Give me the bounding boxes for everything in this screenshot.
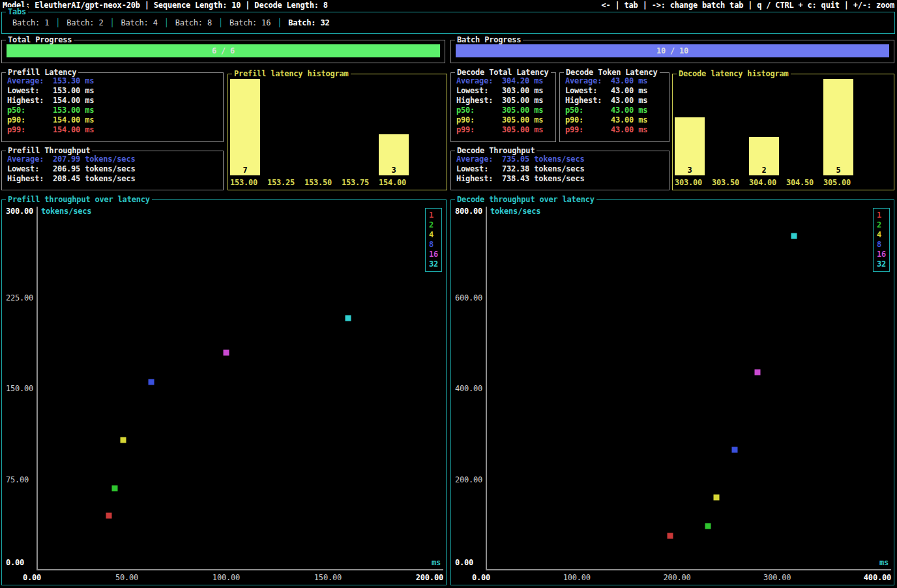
stat-value: 305.00 ms bbox=[502, 125, 543, 134]
stat-label: Highest: bbox=[7, 96, 53, 106]
stat-label: p50: bbox=[7, 106, 53, 115]
stat-value: 43.00 ms bbox=[611, 96, 647, 105]
tab-batch-16[interactable]: Batch: 16 bbox=[223, 18, 277, 28]
stat-label: p50: bbox=[565, 106, 611, 115]
legend-entry-batch-8: 8 bbox=[429, 240, 434, 250]
histogram-bar: 3 bbox=[379, 134, 409, 175]
y-tick: 0.00 bbox=[6, 558, 24, 568]
y-tick: 800.00 bbox=[455, 207, 482, 216]
stat-value: 43.00 ms bbox=[611, 76, 647, 85]
x-tick: 150.00 bbox=[314, 573, 342, 583]
histogram-bar-count: 5 bbox=[823, 166, 853, 175]
y-tick: 300.00 bbox=[6, 207, 33, 216]
x-tick: 100.00 bbox=[213, 573, 240, 583]
prefill-scatter-x-axis: 0.0050.00100.00150.00200.00 bbox=[23, 573, 443, 583]
stat-label: Lowest: bbox=[456, 164, 502, 174]
decode-token-latency-stats: Average:43.00 msLowest:43.00 msHighest:4… bbox=[565, 76, 666, 135]
stat-row-lowest: Lowest:303.00 ms bbox=[456, 86, 553, 96]
stat-label: p99: bbox=[7, 125, 53, 135]
x-tick: 0.00 bbox=[23, 573, 41, 583]
tab-batch-32[interactable]: Batch: 32 bbox=[282, 18, 336, 28]
stat-label: Average: bbox=[456, 76, 502, 86]
legend-entry-batch-2: 2 bbox=[877, 220, 881, 230]
stat-row-lowest: Lowest:153.00 ms bbox=[7, 86, 220, 96]
stat-value: 735.05 tokens/secs bbox=[502, 154, 584, 164]
legend-entry-batch-1: 1 bbox=[429, 211, 434, 220]
histogram-bar: 2 bbox=[749, 137, 779, 175]
decode-token-latency-panel: Decode Token Latency Average:43.00 msLow… bbox=[559, 72, 669, 142]
histogram-bar-count: 2 bbox=[749, 166, 779, 175]
stat-label: Average: bbox=[456, 154, 502, 164]
stat-row-highest: Highest:208.45 tokens/secs bbox=[7, 174, 220, 184]
prefill-latency-histogram-x-axis: 153.00153.25153.50153.75154.00 bbox=[230, 178, 445, 188]
batch-progress-value: 10 / 10 bbox=[456, 44, 889, 57]
stat-row-p50: p50:305.00 ms bbox=[456, 106, 553, 115]
scatter-point-batch-32 bbox=[791, 233, 797, 239]
stat-row-p99: p99:43.00 ms bbox=[565, 125, 666, 135]
decode-scatter-legend: 12481632 bbox=[873, 208, 890, 272]
scatter-point-batch-2 bbox=[112, 485, 118, 491]
histogram-x-tick: 153.25 bbox=[267, 178, 297, 188]
stat-value: 153.30 ms bbox=[53, 76, 94, 85]
x-tick: 200.00 bbox=[663, 573, 690, 583]
stat-value: 303.00 ms bbox=[502, 86, 543, 95]
tab-separator: │ bbox=[55, 18, 60, 28]
stat-label: Average: bbox=[7, 76, 53, 86]
stat-row-p90: p90:305.00 ms bbox=[456, 115, 553, 125]
total-progress-value: 6 / 6 bbox=[7, 44, 440, 57]
prefill-throughput-panel: Prefill Throughput Average:207.99 tokens… bbox=[1, 151, 224, 190]
prefill-latency-stats: Average:153.30 msLowest:153.00 msHighest… bbox=[7, 76, 220, 135]
decode-total-latency-panel: Decode Total Latency Average:304.20 msLo… bbox=[450, 72, 556, 142]
stat-label: Highest: bbox=[565, 96, 611, 106]
y-tick: 200.00 bbox=[455, 475, 482, 484]
stat-label: Highest: bbox=[456, 96, 502, 106]
stat-row-average: Average:735.05 tokens/secs bbox=[456, 154, 666, 164]
stat-value: 305.00 ms bbox=[502, 96, 543, 105]
stat-label: p90: bbox=[565, 115, 611, 125]
stat-row-p99: p99:154.00 ms bbox=[7, 125, 220, 135]
stat-row-average: Average:153.30 ms bbox=[7, 76, 220, 86]
y-tick: 75.00 bbox=[6, 475, 29, 484]
tab-separator: │ bbox=[164, 18, 169, 28]
stat-row-average: Average:43.00 ms bbox=[565, 76, 666, 86]
stat-label: Highest: bbox=[7, 174, 53, 184]
histogram-x-tick: 303.00 bbox=[675, 178, 705, 188]
stat-value: 43.00 ms bbox=[611, 115, 647, 125]
tab-batch-2[interactable]: Batch: 2 bbox=[60, 18, 110, 28]
stat-label: Lowest: bbox=[456, 86, 502, 96]
stat-label: Lowest: bbox=[7, 164, 53, 174]
stat-value: 207.99 tokens/secs bbox=[53, 154, 135, 164]
x-tick: 200.00 bbox=[416, 573, 443, 583]
stat-row-average: Average:207.99 tokens/secs bbox=[7, 154, 220, 164]
y-tick: 225.00 bbox=[6, 293, 33, 302]
prefill-latency-histogram: 73 bbox=[230, 79, 445, 175]
decode-scatter-title: Decode throughput over latency bbox=[455, 195, 596, 205]
histogram-bar: 5 bbox=[823, 79, 853, 175]
stat-label: p99: bbox=[456, 125, 502, 135]
x-tick: 400.00 bbox=[864, 573, 891, 583]
model-info: Model: EleutherAI/gpt-neox-20b | Sequenc… bbox=[3, 1, 328, 10]
histogram-x-tick: 153.00 bbox=[230, 178, 260, 188]
legend-entry-batch-2: 2 bbox=[429, 220, 434, 230]
prefill-scatter-y-axis: 300.00225.00150.0075.000.00 bbox=[6, 207, 36, 570]
tabs-panel-title: Tabs bbox=[6, 7, 28, 17]
decode-scatter-plot bbox=[486, 207, 891, 570]
histogram-x-tick: 153.50 bbox=[304, 178, 334, 188]
scatter-point-batch-4 bbox=[120, 437, 126, 443]
stat-value: 154.00 ms bbox=[53, 115, 94, 125]
tab-separator: │ bbox=[110, 18, 114, 28]
legend-entry-batch-32: 32 bbox=[877, 259, 886, 269]
batch-progress-panel: Batch Progress 10 / 10 bbox=[450, 40, 894, 63]
tab-batch-1[interactable]: Batch: 1 bbox=[6, 18, 55, 28]
scatter-point-batch-2 bbox=[705, 523, 711, 529]
legend-entry-batch-16: 16 bbox=[877, 250, 886, 259]
benchmark-tui: Model: EleutherAI/gpt-neox-20b | Sequenc… bbox=[0, 0, 897, 588]
y-tick: 400.00 bbox=[455, 384, 482, 394]
stat-value: 43.00 ms bbox=[611, 86, 647, 95]
stat-value: 305.00 ms bbox=[502, 106, 543, 115]
tab-separator: │ bbox=[277, 18, 282, 28]
tab-batch-8[interactable]: Batch: 8 bbox=[169, 18, 218, 28]
tab-batch-4[interactable]: Batch: 4 bbox=[114, 18, 164, 28]
stat-row-highest: Highest:738.43 tokens/secs bbox=[456, 174, 666, 184]
decode-latency-histogram: 325 bbox=[675, 79, 892, 175]
